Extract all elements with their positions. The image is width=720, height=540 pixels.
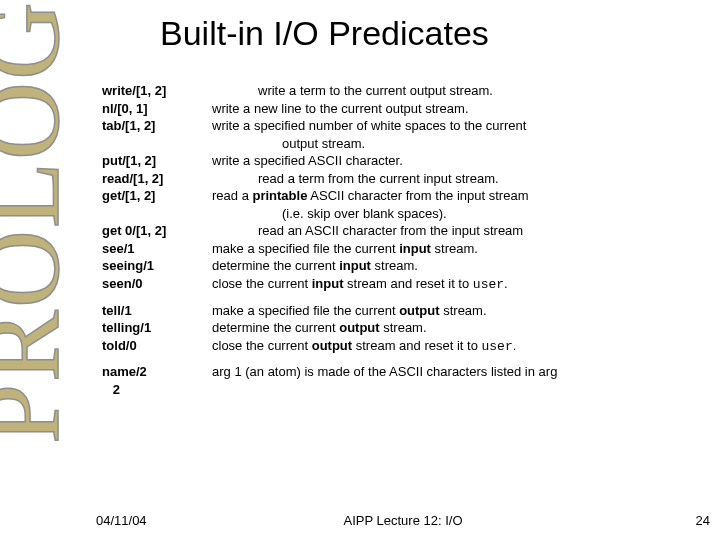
predicate-row: telling/1determine the current output st… [102, 319, 712, 337]
footer-page: 24 [696, 513, 710, 528]
predicate-desc: determine the current input stream. [212, 257, 712, 275]
predicate-name: tab/[1, 2] [102, 117, 212, 152]
predicate-desc: make a specified file the current input … [212, 240, 712, 258]
predicate-row: put/[1, 2]write a specified ASCII charac… [102, 152, 712, 170]
predicate-name: get 0/[1, 2] [102, 222, 212, 240]
predicate-row: nl/[0, 1]write a new line to the current… [102, 100, 712, 118]
slide-title: Built-in I/O Predicates [160, 14, 489, 53]
predicate-name: name/2 [102, 363, 212, 381]
predicate-name: told/0 [102, 337, 212, 356]
predicate-name: put/[1, 2] [102, 152, 212, 170]
predicate-desc: write a specified number of white spaces… [212, 117, 712, 152]
side-prolog-text: PROLOG [0, 0, 84, 444]
predicate-name: get/[1, 2] [102, 187, 212, 222]
predicate-desc: make a specified file the current output… [212, 302, 712, 320]
predicate-name: tell/1 [102, 302, 212, 320]
predicate-row: name/2arg 1 (an atom) is made of the ASC… [102, 363, 712, 381]
predicate-table: write/[1, 2]write a term to the current … [102, 82, 712, 398]
predicate-name: seen/0 [102, 275, 212, 294]
predicate-row: tab/[1, 2]write a specified number of wh… [102, 117, 712, 152]
predicate-row: get 0/[1, 2]read an ASCII character from… [102, 222, 712, 240]
predicate-desc: determine the current output stream. [212, 319, 712, 337]
predicate-desc: read an ASCII character from the input s… [212, 222, 712, 240]
predicate-row: seen/0close the current input stream and… [102, 275, 712, 294]
predicate-row: tell/1make a specified file the current … [102, 302, 712, 320]
predicate-name: see/1 [102, 240, 212, 258]
predicate-row: seeing/1determine the current input stre… [102, 257, 712, 275]
slide-footer: 04/11/04 AIPP Lecture 12: I/O 24 [96, 513, 710, 528]
predicate-desc: close the current output stream and rese… [212, 337, 712, 356]
predicate-row: read/[1, 2]read a term from the current … [102, 170, 712, 188]
predicate-row: told/0close the current output stream an… [102, 337, 712, 356]
predicate-name: read/[1, 2] [102, 170, 212, 188]
predicate-name: nl/[0, 1] [102, 100, 212, 118]
footer-lecture: AIPP Lecture 12: I/O [344, 513, 463, 528]
predicate-desc [212, 381, 712, 399]
predicate-name: telling/1 [102, 319, 212, 337]
side-prolog-word: PROLOG [0, 0, 56, 540]
predicate-desc: read a printable ASCII character from th… [212, 187, 712, 222]
predicate-desc: read a term from the current input strea… [212, 170, 712, 188]
predicate-desc: close the current input stream and reset… [212, 275, 712, 294]
predicate-row: write/[1, 2]write a term to the current … [102, 82, 712, 100]
predicate-row: 2 [102, 381, 712, 399]
predicate-desc: arg 1 (an atom) is made of the ASCII cha… [212, 363, 712, 381]
predicate-name: write/[1, 2] [102, 82, 212, 100]
predicate-row: see/1make a specified file the current i… [102, 240, 712, 258]
predicate-name: seeing/1 [102, 257, 212, 275]
predicate-row: get/[1, 2]read a printable ASCII charact… [102, 187, 712, 222]
predicate-name: 2 [102, 381, 212, 399]
predicate-desc: write a term to the current output strea… [212, 82, 712, 100]
predicate-desc: write a specified ASCII character. [212, 152, 712, 170]
footer-date: 04/11/04 [96, 513, 147, 528]
predicate-desc: write a new line to the current output s… [212, 100, 712, 118]
